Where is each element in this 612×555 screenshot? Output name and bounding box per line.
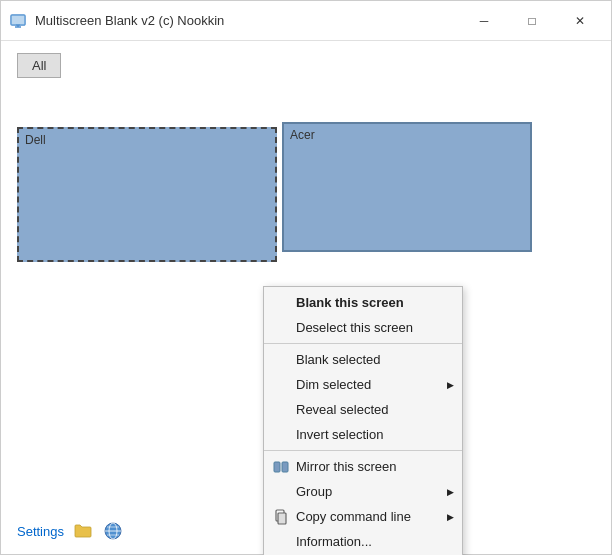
maximize-button[interactable]: □ bbox=[509, 5, 555, 37]
svg-rect-8 bbox=[278, 513, 286, 524]
menu-item-dim-selected[interactable]: Dim selected bbox=[264, 372, 462, 397]
svg-rect-6 bbox=[282, 462, 288, 472]
menu-item-invert-selection[interactable]: Invert selection bbox=[264, 422, 462, 447]
menu-item-deselect-this-screen[interactable]: Deselect this screen bbox=[264, 315, 462, 340]
title-bar: Multiscreen Blank v2 (c) Nookkin ─ □ ✕ bbox=[1, 1, 611, 41]
all-button[interactable]: All bbox=[17, 53, 61, 78]
window-title: Multiscreen Blank v2 (c) Nookkin bbox=[35, 13, 461, 28]
monitor-dell-label: Dell bbox=[25, 133, 46, 147]
svg-rect-5 bbox=[274, 462, 280, 472]
menu-separator-1 bbox=[264, 343, 462, 344]
mirror-icon bbox=[272, 458, 290, 476]
menu-separator-2 bbox=[264, 450, 462, 451]
globe-icon[interactable] bbox=[102, 520, 124, 542]
monitor-acer[interactable]: Acer bbox=[282, 122, 532, 252]
menu-item-blank-this-screen[interactable]: Blank this screen bbox=[264, 290, 462, 315]
window-controls: ─ □ ✕ bbox=[461, 5, 603, 37]
menu-item-mirror-this-screen[interactable]: Mirror this screen bbox=[264, 454, 462, 479]
app-icon bbox=[9, 12, 27, 30]
svg-rect-1 bbox=[11, 15, 25, 25]
settings-link[interactable]: Settings bbox=[17, 524, 64, 539]
close-button[interactable]: ✕ bbox=[557, 5, 603, 37]
context-menu: Blank this screen Deselect this screen B… bbox=[263, 286, 463, 555]
app-window: Multiscreen Blank v2 (c) Nookkin ─ □ ✕ A… bbox=[0, 0, 612, 555]
monitor-acer-label: Acer bbox=[290, 128, 315, 142]
menu-item-copy-command-line[interactable]: Copy command line bbox=[264, 504, 462, 529]
minimize-button[interactable]: ─ bbox=[461, 5, 507, 37]
monitor-area: Dell Acer bbox=[17, 122, 595, 262]
main-content: All Dell Acer Blank this screen Deselect… bbox=[1, 41, 611, 512]
menu-item-blank-selected[interactable]: Blank selected bbox=[264, 347, 462, 372]
folder-icon[interactable] bbox=[72, 520, 94, 542]
menu-item-reveal-selected[interactable]: Reveal selected bbox=[264, 397, 462, 422]
menu-item-information[interactable]: Information... bbox=[264, 529, 462, 554]
copy-icon bbox=[272, 508, 290, 526]
menu-item-group[interactable]: Group bbox=[264, 479, 462, 504]
monitor-dell[interactable]: Dell bbox=[17, 127, 277, 262]
